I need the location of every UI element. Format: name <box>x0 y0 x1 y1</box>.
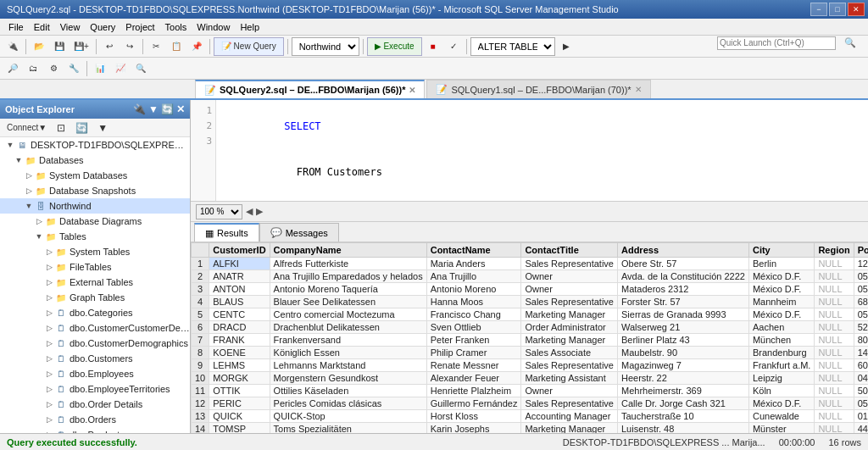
redo-btn[interactable]: ↪ <box>120 37 139 56</box>
tree-item-snapshots[interactable]: ▷ 📁 Database Snapshots <box>0 183 190 198</box>
nav-right-btn[interactable]: ▶ <box>256 206 263 217</box>
tree-item-graph-tables[interactable]: ▷ 📁 Graph Tables <box>0 290 190 305</box>
tb2-btn4[interactable]: 🔧 <box>64 59 83 78</box>
menu-file[interactable]: File <box>3 20 29 34</box>
oe-connect-btn[interactable]: 🔌 <box>133 103 146 115</box>
table-row[interactable]: 14TOMSPToms SpezialitätenKarin JosephsMa… <box>192 423 869 434</box>
table-row[interactable]: 7FRANKFrankenversandPeter FrankenMarketi… <box>192 334 869 347</box>
oe-connect-tb-btn[interactable]: Connect▼ <box>3 119 50 137</box>
paste-btn[interactable]: 📌 <box>187 37 206 56</box>
tree-item-products[interactable]: ▷ 🗒 dbo.Products <box>0 427 190 433</box>
alter-table-dropdown[interactable]: ALTER TABLE <box>470 37 555 56</box>
tree-item-categories[interactable]: ▷ 🗒 dbo.Categories <box>0 305 190 320</box>
cut-btn[interactable]: ✂ <box>147 37 165 56</box>
tree-item-external-tables[interactable]: ▷ 📁 External Tables <box>0 275 190 290</box>
tb2-btn3[interactable]: ⚙ <box>44 59 63 78</box>
oe-filter-tb-btn[interactable]: ▼ <box>93 119 112 137</box>
col-address[interactable]: Address <box>617 243 748 258</box>
col-contactname[interactable]: ContactName <box>426 243 521 258</box>
oe-disconnect-btn[interactable]: ⊡ <box>52 119 70 137</box>
zoom-dropdown[interactable]: 100 % 75 % 150 % <box>196 204 242 219</box>
oe-close-btn[interactable]: ✕ <box>176 103 185 115</box>
col-postalcode[interactable]: PostalCode <box>854 243 868 258</box>
copy-btn[interactable]: 📋 <box>167 37 186 56</box>
tree-item-server[interactable]: ▼ 🖥 DESKTOP-TD1FBDO\SQLEXPRESS (SQL Serv… <box>0 137 190 153</box>
oe-refresh-btn[interactable]: 🔄 <box>161 103 174 115</box>
menu-query[interactable]: Query <box>85 20 120 34</box>
tb2-btn1[interactable]: 🔎 <box>3 59 22 78</box>
go-btn[interactable]: ▶ <box>557 37 576 56</box>
col-companyname[interactable]: CompanyName <box>270 243 426 258</box>
col-customerid[interactable]: CustomerID <box>209 243 270 258</box>
tree-item-customercustomerdemo[interactable]: ▷ 🗒 dbo.CustomerCustomerDemo <box>0 320 190 336</box>
database-dropdown[interactable]: Northwind <box>292 37 359 56</box>
tb2-btn6[interactable]: 📈 <box>111 59 130 78</box>
col-city[interactable]: City <box>748 243 814 258</box>
results-tab[interactable]: ▦ Results <box>194 223 259 242</box>
tree-item-db-diagrams[interactable]: ▷ 📁 Database Diagrams <box>0 214 190 229</box>
undo-btn[interactable]: ↩ <box>100 37 119 56</box>
tree-toggle[interactable]: ▼ <box>14 156 24 164</box>
save-btn[interactable]: 💾 <box>50 37 69 56</box>
tree-item-orderdetails[interactable]: ▷ 🗒 dbo.Order Details <box>0 397 190 412</box>
tab-query2[interactable]: 📝 SQLQuery2.sql – DE...FBDO\Marijan (56)… <box>195 80 425 98</box>
table-row[interactable]: 2ANATRAna Trujillo Emparedados y helados… <box>192 270 869 283</box>
tab-query1[interactable]: 📝 SQLQuery1.sql – DE...FBDO\Marijan (70)… <box>426 80 650 98</box>
col-region[interactable]: Region <box>815 243 854 258</box>
open-file-btn[interactable]: 📂 <box>30 37 48 56</box>
tab-query2-close[interactable]: ✕ <box>409 86 415 95</box>
messages-tab[interactable]: 💬 Messages <box>259 223 339 242</box>
table-row[interactable]: 1ALFKIAlfreds FutterkisteMaria AndersSal… <box>192 258 869 270</box>
quick-launch-input[interactable] <box>717 36 836 50</box>
maximize-button[interactable]: □ <box>829 3 846 16</box>
new-connection-btn[interactable]: 🔌 <box>3 37 22 56</box>
table-row[interactable]: 4BLAUSBlauer See DelikatessenHanna MoosS… <box>192 296 869 308</box>
tree-item-tables[interactable]: ▼ 📁 Tables <box>0 229 190 244</box>
menu-help[interactable]: Help <box>235 20 264 34</box>
menu-tools[interactable]: Tools <box>160 20 192 34</box>
tree-item-customerdemographics[interactable]: ▷ 🗒 dbo.CustomerDemographics <box>0 336 190 351</box>
tb2-btn5[interactable]: 📊 <box>91 59 109 78</box>
tree-item-northwind[interactable]: ▼ 🗄 Northwind <box>0 198 190 214</box>
tree-item-orders[interactable]: ▷ 🗒 dbo.Orders <box>0 412 190 427</box>
tab-query1-close[interactable]: ✕ <box>635 85 642 94</box>
parse-btn[interactable]: ✓ <box>444 37 463 56</box>
table-cell: Calle Dr. Jorge Cash 321 <box>617 397 748 410</box>
table-row[interactable]: 10MORGKMorgenstern GesundkostAlexander F… <box>192 372 869 385</box>
execute-btn[interactable]: ▶ Execute <box>367 37 422 56</box>
stop-btn[interactable]: ■ <box>424 37 442 56</box>
tree-item-employeeterritories[interactable]: ▷ 🗒 dbo.EmployeeTerritories <box>0 381 190 397</box>
save-all-btn[interactable]: 💾+ <box>70 37 92 56</box>
table-row[interactable]: 6DRACDDrachenblut DelikatessenSven Ottli… <box>192 321 869 334</box>
tree-item-databases[interactable]: ▼ 📁 Databases <box>0 153 190 168</box>
menu-window[interactable]: Window <box>192 20 235 34</box>
table-row[interactable]: 12PERICPericles Comidas clásicasGuillerm… <box>192 397 869 410</box>
table-row[interactable]: 5CENTCCentro comercial MoctezumaFrancisc… <box>192 308 869 321</box>
tb2-btn7[interactable]: 🔍 <box>131 59 150 78</box>
tb2-btn2[interactable]: 🗂 <box>24 59 42 78</box>
sql-code-area[interactable]: SELECT FROM Customers WHERE Country = 'G… <box>216 100 868 201</box>
nav-left-btn[interactable]: ◀ <box>246 206 253 217</box>
minimize-button[interactable]: − <box>810 3 827 16</box>
close-button[interactable]: ✕ <box>848 3 865 16</box>
menu-project[interactable]: Project <box>120 20 159 34</box>
tree-item-customers[interactable]: ▷ 🗒 dbo.Customers <box>0 351 190 366</box>
table-row[interactable]: 8KOENEKöniglich EssenPhilip CramerSales … <box>192 347 869 359</box>
tree-toggle[interactable]: ▼ <box>5 141 15 149</box>
table-row[interactable]: 9LEHMSLehmanns MarktstandRenate MessnerS… <box>192 359 869 372</box>
table-cell: NULL <box>815 372 854 385</box>
new-query-btn[interactable]: 📝 New Query <box>214 37 284 56</box>
table-row[interactable]: 11OTTIKOttilies KäseladenHenriette Plalz… <box>192 385 869 397</box>
menu-view[interactable]: View <box>55 20 86 34</box>
oe-filter-btn[interactable]: ▼ <box>148 103 159 115</box>
tree-item-system-tables[interactable]: ▷ 📁 System Tables <box>0 244 190 259</box>
editor-area: 1 2 3 SELECT FROM Customers WHERE Countr… <box>191 100 868 433</box>
table-row[interactable]: 3ANTONAntonio Moreno TaqueríaAntonio Mor… <box>192 283 869 296</box>
menu-edit[interactable]: Edit <box>29 20 55 34</box>
oe-refresh-tb-btn[interactable]: 🔄 <box>72 119 92 137</box>
tree-item-system-dbs[interactable]: ▷ 📁 System Databases <box>0 168 190 183</box>
tree-item-employees[interactable]: ▷ 🗒 dbo.Employees <box>0 366 190 381</box>
table-row[interactable]: 13QUICKQUICK-StopHorst KlossAccounting M… <box>192 410 869 423</box>
tree-item-filetables[interactable]: ▷ 📁 FileTables <box>0 259 190 275</box>
col-contacttitle[interactable]: ContactTitle <box>521 243 618 258</box>
